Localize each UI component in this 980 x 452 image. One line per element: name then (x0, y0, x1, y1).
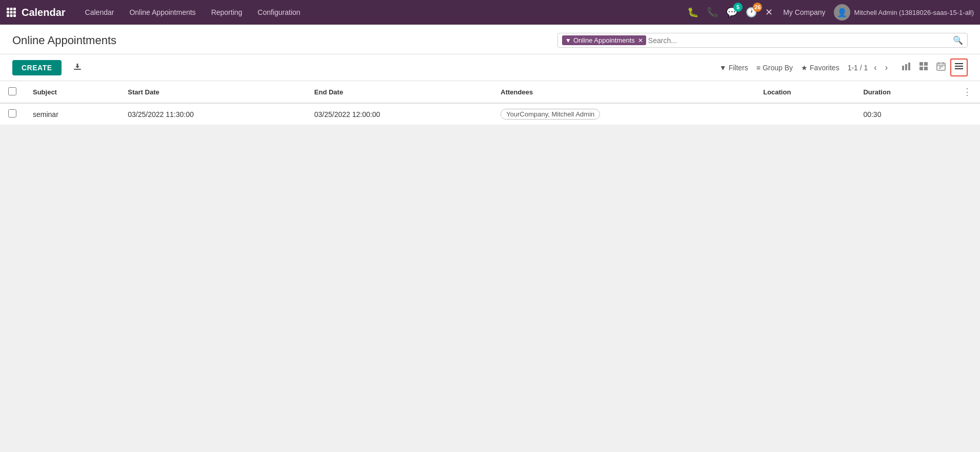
chat-badge: 5 (733, 3, 743, 12)
svg-rect-16 (924, 67, 928, 70)
row-checkbox-cell (0, 103, 25, 125)
appointments-table: Subject Start Date End Date Attendees Lo… (0, 81, 980, 125)
page-title: Online Appointments (12, 34, 116, 47)
col-header-attendees[interactable]: Attendees (492, 81, 755, 103)
svg-rect-10 (902, 66, 904, 70)
toolbar: CREATE ▼ Filters ≡ Group By ★ Favorites … (0, 54, 980, 81)
cell-subject[interactable]: seminar (25, 103, 119, 125)
table-container: Subject Start Date End Date Attendees Lo… (0, 81, 980, 125)
col-header-location[interactable]: Location (755, 81, 855, 103)
calendar-view-button[interactable] (933, 59, 949, 76)
app-title: Calendar (22, 7, 66, 18)
svg-rect-14 (924, 62, 928, 66)
nav-configuration[interactable]: Configuration (250, 0, 307, 25)
attendees-badge: YourCompany, Mitchell Admin (501, 109, 600, 120)
user-name: Mitchell Admin (13818026-saas-15-1-all) (854, 9, 974, 16)
phone-icon[interactable]: 📞 (705, 5, 720, 20)
remove-search-tag[interactable]: ✕ (638, 37, 643, 44)
clock-icon[interactable]: 🕐 26 (744, 5, 759, 20)
col-header-end-date[interactable]: End Date (306, 81, 493, 103)
svg-rect-1 (10, 8, 13, 10)
svg-rect-24 (955, 66, 963, 67)
view-buttons (898, 58, 968, 76)
user-avatar: 👤 (834, 4, 850, 21)
nav-reporting[interactable]: Reporting (204, 0, 250, 25)
prev-page-button[interactable]: ‹ (872, 62, 878, 73)
grid-menu-icon[interactable] (6, 7, 16, 17)
company-name: My Company (783, 8, 825, 16)
svg-rect-11 (905, 64, 907, 70)
chat-icon[interactable]: 💬 5 (724, 5, 739, 20)
svg-rect-7 (10, 14, 13, 17)
table-header-row: Subject Start Date End Date Attendees Lo… (0, 81, 980, 103)
grid-view-button[interactable] (915, 59, 932, 76)
star-icon: ★ (801, 64, 808, 72)
cell-attendees: YourCompany, Mitchell Admin (492, 103, 755, 125)
nav-online-appointments[interactable]: Online Appointments (122, 0, 203, 25)
nav-icons: 🐛 📞 💬 5 🕐 26 ✕ My Company 👤 Mitchell Adm… (685, 4, 974, 21)
list-view-button[interactable] (950, 58, 968, 76)
pagination: 1-1 / 1 ‹ › (848, 62, 890, 73)
svg-rect-13 (919, 62, 923, 66)
svg-rect-6 (7, 14, 9, 17)
content-area (0, 125, 980, 433)
groupby-label: Group By (763, 64, 793, 72)
page-title-row: Online Appointments ▼ Online Appointment… (12, 33, 968, 48)
bug-icon[interactable]: 🐛 (685, 5, 701, 20)
nav-calendar[interactable]: Calendar (78, 0, 122, 25)
bar-chart-view-button[interactable] (898, 59, 914, 76)
toolbar-right: ▼ Filters ≡ Group By ★ Favorites 1-1 / 1… (719, 58, 968, 76)
next-page-button[interactable]: › (883, 62, 890, 73)
nav-links: Calendar Online Appointments Reporting C… (78, 0, 686, 25)
filters-button[interactable]: ▼ Filters (719, 64, 748, 72)
svg-rect-15 (919, 67, 923, 70)
create-button[interactable]: CREATE (12, 60, 62, 75)
cell-location (755, 103, 855, 125)
filters-label: Filters (729, 64, 748, 72)
close-icon[interactable]: ✕ (763, 5, 775, 20)
favorites-label: Favorites (810, 64, 839, 72)
cell-more-options (954, 103, 980, 125)
filter-icon: ▼ (719, 64, 727, 72)
col-header-subject[interactable]: Subject (25, 81, 119, 103)
svg-rect-2 (13, 8, 16, 10)
svg-rect-4 (10, 11, 13, 14)
svg-rect-9 (74, 69, 81, 70)
svg-rect-0 (7, 8, 9, 10)
col-more-options: ⋮ (954, 81, 980, 103)
svg-rect-5 (13, 11, 16, 14)
search-tag-label: Online Appointments (573, 36, 635, 44)
row-checkbox[interactable] (8, 109, 16, 117)
search-area: ▼ Online Appointments ✕ 🔍 (557, 33, 968, 48)
svg-rect-12 (908, 63, 910, 70)
pagination-info: 1-1 / 1 (848, 64, 868, 72)
svg-rect-25 (955, 68, 963, 69)
top-nav: Calendar Calendar Online Appointments Re… (0, 0, 980, 25)
cell-duration: 00:30 (855, 103, 954, 125)
col-header-duration[interactable]: Duration (855, 81, 954, 103)
svg-rect-8 (13, 14, 16, 17)
select-all-checkbox[interactable] (8, 87, 16, 95)
download-button[interactable] (70, 60, 85, 75)
col-header-start-date[interactable]: Start Date (119, 81, 306, 103)
search-tag: ▼ Online Appointments ✕ (562, 35, 646, 45)
favorites-button[interactable]: ★ Favorites (801, 64, 839, 72)
cell-start-date: 03/25/2022 11:30:00 (119, 103, 306, 125)
svg-rect-3 (7, 11, 9, 14)
clock-badge: 26 (753, 3, 762, 12)
groupby-icon: ≡ (756, 64, 761, 72)
user-menu[interactable]: 👤 Mitchell Admin (13818026-saas-15-1-all… (834, 4, 974, 21)
groupby-button[interactable]: ≡ Group By (756, 64, 793, 72)
page-header: Online Appointments ▼ Online Appointment… (0, 25, 980, 54)
cell-end-date: 03/25/2022 12:00:00 (306, 103, 493, 125)
table-row: seminar 03/25/2022 11:30:00 03/25/2022 1… (0, 103, 980, 125)
header-checkbox-cell (0, 81, 25, 103)
filter-tag-icon: ▼ (565, 37, 571, 44)
search-button[interactable]: 🔍 (953, 35, 963, 45)
column-options-button[interactable]: ⋮ (963, 86, 972, 97)
search-input[interactable] (648, 36, 951, 45)
svg-rect-23 (955, 63, 963, 64)
